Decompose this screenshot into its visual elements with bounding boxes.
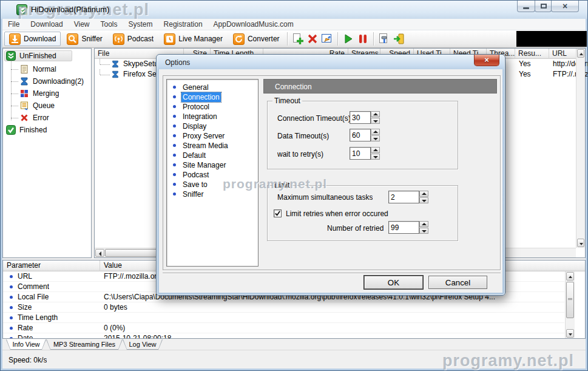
category-label: Sniffer xyxy=(181,189,204,199)
scroll-down-button[interactable] xyxy=(566,329,574,338)
exit-button[interactable] xyxy=(393,33,405,45)
tab-mp3-streaming-files[interactable]: MP3 Streaming Files xyxy=(46,339,123,350)
data-timeout-input[interactable] xyxy=(350,129,371,141)
menu-tools[interactable]: Tools xyxy=(95,19,123,30)
scrollbar-thumb[interactable] xyxy=(566,282,574,318)
column-resumable[interactable]: Resu... xyxy=(515,49,549,59)
delete-task-button[interactable] xyxy=(306,33,319,45)
category-sniffer[interactable]: Sniffer xyxy=(168,189,257,199)
info-row[interactable]: Time Length xyxy=(3,313,564,323)
tools-button[interactable] xyxy=(378,33,390,45)
hourglass-icon xyxy=(111,60,120,70)
info-row[interactable]: Rate 0 (0%) xyxy=(3,323,564,333)
category-stream-media[interactable]: Stream Media xyxy=(168,141,257,151)
hourglass-icon xyxy=(111,70,120,80)
tree-item-finished[interactable]: Finished xyxy=(6,124,47,135)
category-list[interactable]: General Connection Protocol Integration … xyxy=(166,79,259,267)
tree-item-normal[interactable]: Normal xyxy=(19,64,56,75)
wait-retry-spinner xyxy=(350,147,380,160)
spin-down-button[interactable] xyxy=(371,135,380,141)
edit-task-button[interactable] xyxy=(321,33,333,45)
category-site-manager[interactable]: Site Manager xyxy=(168,160,257,170)
category-connection[interactable]: Connection xyxy=(168,92,257,102)
spin-down-button[interactable] xyxy=(419,228,428,234)
tree-item-queue[interactable]: Queue xyxy=(19,100,55,111)
resumable-value: Yes xyxy=(519,69,546,80)
category-tree: UnFinished Normal Downloading(2) Merging… xyxy=(2,48,92,258)
info-vertical-scrollbar[interactable] xyxy=(565,271,575,338)
menu-registration[interactable]: Registration xyxy=(158,19,208,30)
category-display[interactable]: Display xyxy=(168,121,257,131)
converter-button[interactable]: Converter xyxy=(229,32,284,46)
category-podcast[interactable]: Podcast xyxy=(168,170,257,180)
category-save-to[interactable]: Save to xyxy=(168,180,257,189)
tab-label: Info View xyxy=(7,339,46,349)
speed-status: Speed: 0k/s xyxy=(8,356,47,364)
menu-system[interactable]: System xyxy=(123,19,158,30)
category-integration[interactable]: Integration xyxy=(168,112,257,121)
live-manager-button[interactable]: Live Manager xyxy=(160,32,227,46)
tree-item-merging[interactable]: Merging xyxy=(19,88,59,99)
menu-appdownloadmusic[interactable]: AppDownloadMusic.com xyxy=(208,19,299,30)
cancel-button[interactable]: Cancel xyxy=(428,276,487,289)
spin-down-button[interactable] xyxy=(371,154,380,160)
dialog-close-button[interactable]: × xyxy=(474,55,499,66)
retries-count-input[interactable] xyxy=(388,221,419,234)
tab-info-view[interactable]: Info View xyxy=(6,339,46,350)
download-view-button[interactable]: Download xyxy=(4,32,61,46)
podcast-button[interactable]: Podcast xyxy=(109,32,158,46)
category-label: Default xyxy=(181,151,207,160)
wait-retry-input[interactable] xyxy=(350,147,371,160)
new-task-button[interactable] xyxy=(292,33,304,45)
download-icon xyxy=(9,33,21,45)
vertical-scrollbar[interactable] xyxy=(576,49,585,248)
category-general[interactable]: General xyxy=(168,83,257,92)
title-bar[interactable]: programy.net.pl HiDownload(Platinum) × xyxy=(1,1,587,19)
spin-down-button[interactable] xyxy=(419,197,428,203)
menu-download[interactable]: Download xyxy=(25,19,68,30)
ok-button[interactable]: OK xyxy=(364,276,423,289)
category-label: Podcast xyxy=(181,170,210,180)
info-row[interactable]: Date 2015-10-21 08:00:18 xyxy=(3,333,564,339)
max-tasks-input[interactable] xyxy=(388,191,419,203)
category-protocol[interactable]: Protocol xyxy=(168,102,257,112)
column-parameter[interactable]: Parameter xyxy=(3,260,100,271)
info-row[interactable]: Size 0 bytes xyxy=(3,302,564,313)
bullet-icon xyxy=(10,275,13,278)
sniffer-button[interactable]: Sniffer xyxy=(63,32,106,46)
tree-line xyxy=(11,69,18,70)
maximize-button[interactable] xyxy=(535,1,552,12)
close-button[interactable]: × xyxy=(551,1,579,12)
spin-up-button[interactable] xyxy=(371,111,380,117)
scroll-left-button[interactable] xyxy=(95,249,104,257)
param-value: 0 bytes xyxy=(104,302,563,313)
spin-up-button[interactable] xyxy=(419,221,428,227)
param-name: Size xyxy=(18,302,32,313)
category-label: Protocol xyxy=(181,102,211,112)
category-default[interactable]: Default xyxy=(168,151,257,160)
tab-log-view[interactable]: Log View xyxy=(123,339,163,350)
category-proxy-server[interactable]: Proxy Server xyxy=(168,131,257,141)
checkmark-icon xyxy=(274,210,281,217)
bullet-icon xyxy=(10,296,13,299)
spin-up-button[interactable] xyxy=(419,191,428,197)
minimize-button[interactable] xyxy=(517,1,535,12)
menu-file[interactable]: File xyxy=(2,19,25,30)
scroll-down-button[interactable] xyxy=(577,239,584,247)
spin-down-button[interactable] xyxy=(371,118,380,124)
tree-item-downloading[interactable]: Downloading(2) xyxy=(19,76,84,87)
spin-up-button[interactable] xyxy=(371,129,380,135)
minimize-icon xyxy=(523,7,529,9)
scrollbar-thumb[interactable] xyxy=(105,249,157,257)
start-button[interactable] xyxy=(342,33,354,45)
menu-view[interactable]: View xyxy=(69,19,95,30)
spin-up-button[interactable] xyxy=(371,147,380,153)
tree-item-unfinished[interactable]: UnFinished xyxy=(6,50,56,61)
pause-button[interactable] xyxy=(357,33,369,45)
scroll-up-button[interactable] xyxy=(566,272,574,281)
limit-retries-checkbox[interactable] xyxy=(274,209,282,217)
connection-timeout-input[interactable] xyxy=(350,111,371,124)
scroll-up-button[interactable] xyxy=(577,49,584,58)
dialog-client: General Connection Protocol Integration … xyxy=(159,69,502,293)
tree-item-error[interactable]: Error xyxy=(19,112,49,123)
